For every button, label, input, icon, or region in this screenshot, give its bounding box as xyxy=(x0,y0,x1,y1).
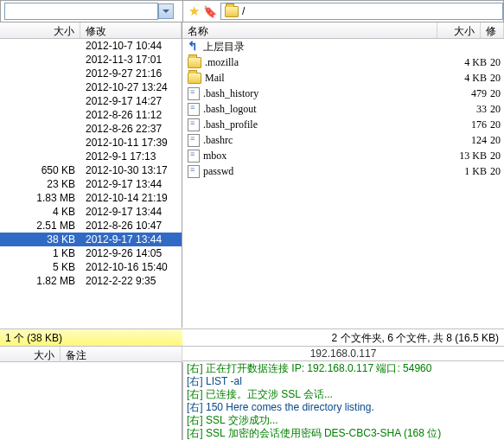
list-row[interactable]: 1.83 MB2012-10-14 21:19 xyxy=(0,191,182,205)
cell-modified: 2012-8-26 10:47 xyxy=(80,220,182,232)
folder-icon xyxy=(188,57,201,68)
list-row[interactable]: .bashrc12420 xyxy=(182,132,504,148)
log-pane[interactable]: [右] 正在打开数据连接 IP: 192.168.0.117 端口: 54960… xyxy=(182,362,504,440)
list-row[interactable]: 2012-8-26 22:37 xyxy=(0,122,182,136)
cell-modified: 2012-8-26 11:12 xyxy=(80,109,182,121)
bottom-col-size[interactable]: 大小 xyxy=(0,347,61,361)
cell-modified: 2012-10-7 10:44 xyxy=(80,40,182,52)
file-icon xyxy=(188,87,200,100)
cell-modified: 20 xyxy=(490,150,504,163)
right-col-modified[interactable]: 修 xyxy=(481,22,504,38)
folder-icon xyxy=(188,73,201,84)
file-icon xyxy=(188,134,200,147)
log-line: [右] SSL 交涉成功... xyxy=(187,414,501,427)
list-row[interactable]: 2012-9-17 14:27 xyxy=(0,94,182,108)
cell-modified: 20 xyxy=(490,87,504,100)
list-row[interactable]: 2.51 MB2012-8-26 10:47 xyxy=(0,219,182,233)
cell-size: 23 KB xyxy=(0,178,80,190)
folder-open-icon xyxy=(225,6,239,17)
list-row[interactable]: 38 KB2012-9-17 13:44 xyxy=(0,233,182,246)
list-row[interactable]: .bash_history47920 xyxy=(182,86,504,101)
log-line: [右] 正在打开数据连接 IP: 192.168.0.117 端口: 54960 xyxy=(187,362,501,375)
cell-modified: 2012-9-1 17:13 xyxy=(80,150,182,163)
cell-size: 1.82 MB xyxy=(0,275,80,287)
favorite-icon[interactable]: ★ xyxy=(188,3,200,19)
list-row[interactable]: 23 KB2012-9-17 13:44 xyxy=(0,177,182,191)
list-row[interactable]: 1 KB2012-9-26 14:05 xyxy=(0,246,182,260)
cell-size: 13 KB xyxy=(445,150,487,163)
local-path-bar xyxy=(0,0,182,22)
list-row[interactable]: .bash_logout3320 xyxy=(182,101,504,117)
cell-modified: 2012-8-26 22:37 xyxy=(80,123,182,135)
log-line: [右] LIST -al xyxy=(187,375,501,388)
bookmark-icon[interactable]: 🔖 xyxy=(203,5,217,18)
cell-name: .bash_logout xyxy=(203,103,442,116)
bottom-col-notes[interactable]: 备注 xyxy=(61,347,182,361)
cell-name: mbox xyxy=(203,150,442,163)
right-col-size[interactable]: 大小 xyxy=(437,22,481,38)
parent-dir-row[interactable]: 上层目录 xyxy=(182,39,504,54)
log-line: [右] SSL 加密的会话使用密码 DES-CBC3-SHA (168 位) xyxy=(187,427,501,440)
remote-status-bar: 2 个文件夹, 6 个文件, 共 8 (16.5 KB) xyxy=(182,328,504,347)
cell-name: .bash_history xyxy=(203,87,442,100)
remote-status-text: 2 个文件夹, 6 个文件, 共 8 (16.5 KB) xyxy=(332,332,499,344)
list-row[interactable]: passwd1 KB20 xyxy=(182,163,504,179)
list-row[interactable]: 2012-9-1 17:13 xyxy=(0,150,182,163)
left-col-modified[interactable]: 修改 xyxy=(80,22,182,38)
cell-size: 5 KB xyxy=(0,261,80,273)
cell-name: .mozilla xyxy=(205,56,442,69)
list-row[interactable]: mbox13 KB20 xyxy=(182,148,504,163)
right-col-name[interactable]: 名称 xyxy=(182,22,437,38)
list-row[interactable]: 2012-11-3 17:01 xyxy=(0,53,182,67)
cell-modified: 20 xyxy=(490,56,504,69)
cell-size: 4 KB xyxy=(445,56,487,69)
cell-name: .bash_profile xyxy=(203,118,442,131)
list-row[interactable]: 4 KB2012-9-17 13:44 xyxy=(0,205,182,219)
cell-size: 38 KB xyxy=(0,233,80,246)
list-row[interactable]: .mozilla4 KB20 xyxy=(182,54,504,70)
cell-modified: 2012-10-27 13:24 xyxy=(80,81,182,93)
cell-modified: 2012-9-26 14:05 xyxy=(80,247,182,259)
cell-modified: 2012-2-22 9:35 xyxy=(80,275,182,287)
cell-name: passwd xyxy=(203,165,442,178)
log-line: [右] 150 Here comes the directory listing… xyxy=(187,401,501,414)
list-row[interactable]: 2012-10-7 10:44 xyxy=(0,39,182,53)
list-row[interactable]: .bash_profile17620 xyxy=(182,117,504,132)
left-col-size[interactable]: 大小 xyxy=(0,22,80,38)
list-row[interactable]: 2012-10-11 17:39 xyxy=(0,136,182,150)
list-row[interactable]: Mail4 KB20 xyxy=(182,70,504,86)
remote-file-list[interactable]: 上层目录 .mozilla4 KB20Mail4 KB20.bash_histo… xyxy=(182,39,504,328)
cell-size: 1 KB xyxy=(0,247,80,259)
list-row[interactable]: 1.82 MB2012-2-22 9:35 xyxy=(0,274,182,288)
list-row[interactable]: 2012-10-27 13:24 xyxy=(0,80,182,94)
parent-dir-label: 上层目录 xyxy=(203,40,504,54)
cell-name: .bashrc xyxy=(203,134,442,147)
remote-path-input[interactable]: / xyxy=(220,3,503,20)
chevron-down-icon[interactable] xyxy=(158,3,174,19)
cell-modified: 2012-10-14 21:19 xyxy=(80,192,182,204)
cell-size: 479 xyxy=(445,87,487,100)
list-row[interactable]: 2012-9-27 21:16 xyxy=(0,67,182,80)
cell-modified: 2012-9-27 21:16 xyxy=(80,67,182,80)
remote-ip-bar: 192.168.0.117 xyxy=(182,347,504,361)
cell-modified: 20 xyxy=(490,165,504,178)
cell-modified: 2012-9-17 13:44 xyxy=(80,206,182,218)
cell-size: 33 xyxy=(445,103,487,116)
list-row[interactable]: 2012-8-26 11:12 xyxy=(0,108,182,122)
cell-name: Mail xyxy=(205,72,442,85)
local-file-list[interactable]: 2012-10-7 10:442012-11-3 17:012012-9-27 … xyxy=(0,39,182,328)
cell-size: 1.83 MB xyxy=(0,192,80,204)
file-icon xyxy=(188,150,200,163)
remote-ip-text: 192.168.0.117 xyxy=(310,348,377,360)
cell-size: 1 KB xyxy=(445,165,487,178)
cell-modified: 2012-10-11 17:39 xyxy=(80,137,182,149)
local-status-text: 1 个 (38 KB) xyxy=(5,332,62,344)
list-row[interactable]: 5 KB2012-10-16 15:40 xyxy=(0,260,182,274)
cell-size: 2.51 MB xyxy=(0,220,80,232)
cell-size: 124 xyxy=(445,134,487,147)
cell-modified: 2012-9-17 13:44 xyxy=(80,178,182,190)
local-path-dropdown[interactable] xyxy=(4,3,158,20)
list-row[interactable]: 650 KB2012-10-30 13:17 xyxy=(0,163,182,177)
file-icon xyxy=(188,165,200,178)
cell-size: 4 KB xyxy=(445,72,487,85)
